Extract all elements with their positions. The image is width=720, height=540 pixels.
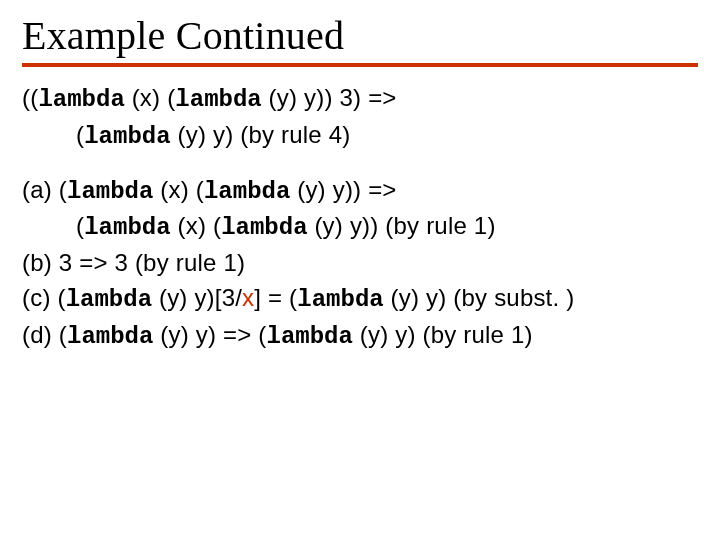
t: (d) ( [22,321,67,348]
step-a-l1: (a) (lambda (x) (lambda (y) y)) => [22,173,698,210]
t: (( [22,84,38,111]
t: (y) y) [153,321,216,348]
t: => ( [216,321,266,348]
slide-body: ((lambda (x) (lambda (y) y)) 3) => (lamb… [22,81,698,355]
kw-lambda: lambda [175,86,261,113]
t: (y) y) [171,121,234,148]
t: (b) 3 => 3 (by rule 1) [22,249,245,276]
step-d: (d) (lambda (y) y) => (lambda (y) y) (by… [22,318,698,355]
example-main-l1: ((lambda (x) (lambda (y) y)) 3) => [22,81,698,118]
t: => [361,84,396,111]
t: (y) y) [353,321,416,348]
title-underline [22,63,698,67]
kw-lambda: lambda [67,178,153,205]
example-main-l2: (lambda (y) y) (by rule 4) [22,118,698,155]
kw-lambda: lambda [267,323,353,350]
t: (y) y) [384,284,447,311]
subst-var: x [242,284,254,311]
t: (c) ( [22,284,66,311]
t: (x) ( [125,84,176,111]
t: (by rule 4) [233,121,350,148]
t: (x) ( [171,212,222,239]
step-a-l2: (lambda (x) (lambda (y) y)) (by rule 1) [22,209,698,246]
t: [3/ [215,284,242,311]
t: (by rule 1) [378,212,495,239]
t: (y) y)) 3) [262,84,362,111]
example-main: ((lambda (x) (lambda (y) y)) 3) => (lamb… [22,81,698,155]
t: (a) ( [22,176,67,203]
step-b: (b) 3 => 3 (by rule 1) [22,246,698,281]
t: ( [76,212,84,239]
slide: Example Continued ((lambda (x) (lambda (… [0,0,720,540]
t: => [361,176,396,203]
kw-lambda: lambda [221,214,307,241]
kw-lambda: lambda [38,86,124,113]
t: (by subst. ) [446,284,574,311]
step-c: (c) (lambda (y) y)[3/x] = (lambda (y) y)… [22,281,698,318]
kw-lambda: lambda [84,214,170,241]
t: (y) y) [152,284,215,311]
t: (x) ( [153,176,204,203]
t: (y) y)) [308,212,379,239]
t: (by rule 1) [416,321,533,348]
slide-title: Example Continued [22,12,698,59]
kw-lambda: lambda [204,178,290,205]
t: (y) y)) [290,176,361,203]
t: ] = ( [254,284,297,311]
kw-lambda: lambda [297,286,383,313]
kw-lambda: lambda [66,286,152,313]
t: ( [76,121,84,148]
kw-lambda: lambda [67,323,153,350]
kw-lambda: lambda [84,123,170,150]
